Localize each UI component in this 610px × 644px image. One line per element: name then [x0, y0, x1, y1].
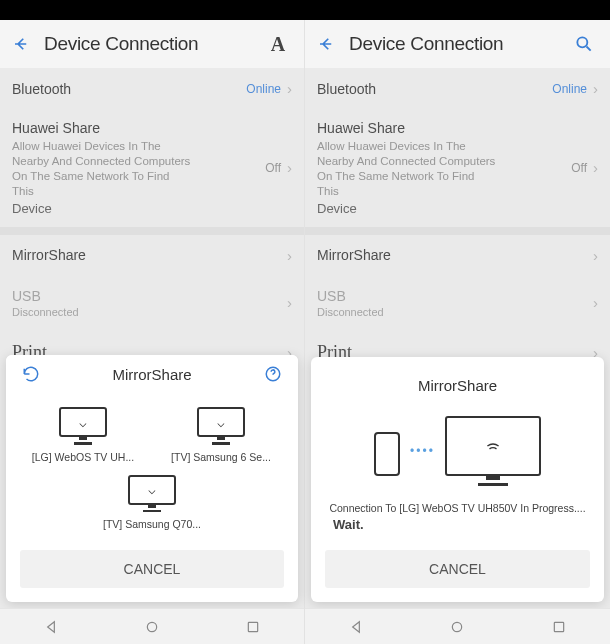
mirrorshare-item[interactable]: MirrorShare › — [305, 235, 610, 276]
usb-label: USB — [12, 288, 79, 304]
tv-icon — [445, 416, 541, 476]
page-title: Device Connection — [349, 33, 570, 55]
huawei-share-item[interactable]: Huawei Share Allow Huawei Devices In The… — [0, 109, 304, 227]
nav-recent-icon — [245, 619, 261, 635]
nav-home-button[interactable] — [102, 619, 202, 635]
device-grid: ⌵ [LG] WebOS TV UH... ⌵ [TV] Samsung 6 S… — [6, 393, 298, 540]
huawei-desc: Allow Huawei Devices In The Nearby And C… — [317, 139, 497, 199]
mirrorshare-connecting-sheet: MirrorShare •••• Connection To [LG] WebO… — [311, 357, 604, 602]
device-label: [TV] Samsung 6 Se... — [171, 451, 271, 463]
monitor-icon: ⌵ — [197, 407, 245, 437]
screen-right: Device Connection Bluetooth Online › Hua… — [305, 20, 610, 644]
huawei-status: Off — [571, 161, 587, 175]
mirrorshare-item[interactable]: MirrorShare › — [0, 235, 304, 276]
sheet-title: MirrorShare — [42, 366, 262, 383]
help-icon — [264, 365, 282, 383]
chevron-right-icon: › — [593, 80, 598, 97]
bluetooth-item[interactable]: Bluetooth Online › — [305, 68, 610, 109]
nav-home-button[interactable] — [407, 619, 508, 635]
chevron-right-icon: › — [287, 80, 292, 97]
nav-back-icon — [43, 619, 59, 635]
settings-list: Bluetooth Online › Huawei Share Allow Hu… — [0, 68, 304, 375]
mirrorshare-label: MirrorShare — [12, 247, 86, 263]
app-header: Device Connection — [305, 20, 610, 68]
phone-icon — [374, 432, 400, 476]
sheet-title: MirrorShare — [418, 377, 497, 394]
header-action[interactable]: A — [264, 33, 292, 56]
nav-back-icon — [348, 619, 364, 635]
chevron-right-icon: › — [593, 159, 598, 176]
nav-recent-icon — [551, 619, 567, 635]
bluetooth-item[interactable]: Bluetooth Online › — [0, 68, 304, 109]
settings-list: Bluetooth Online › Huawei Share Allow Hu… — [305, 68, 610, 375]
refresh-button[interactable] — [20, 365, 42, 383]
monitor-icon: ⌵ — [128, 475, 176, 505]
svg-rect-5 — [554, 622, 563, 631]
connecting-dots-icon: •••• — [410, 444, 435, 458]
nav-recent-button[interactable] — [203, 619, 303, 635]
nav-home-icon — [144, 619, 160, 635]
back-button[interactable] — [12, 35, 38, 53]
svg-point-4 — [453, 622, 462, 631]
section-divider — [305, 227, 610, 235]
status-bar — [0, 0, 610, 20]
app-header: Device Connection A — [0, 20, 304, 68]
usb-item[interactable]: USB Disconnected › — [0, 276, 304, 330]
refresh-icon — [22, 365, 40, 383]
usb-label: USB — [317, 288, 384, 304]
cancel-button[interactable]: CANCEL — [325, 550, 590, 588]
device-option[interactable]: ⌵ [LG] WebOS TV UH... — [17, 401, 149, 469]
usb-sub: Disconnected — [317, 306, 384, 318]
huawei-status: Off — [265, 161, 281, 175]
mirrorshare-label: MirrorShare — [317, 247, 391, 263]
bluetooth-label: Bluetooth — [12, 81, 71, 97]
device-option[interactable]: ⌵ [TV] Samsung Q70... — [86, 469, 218, 537]
huawei-title: Huawei Share — [12, 120, 192, 136]
search-icon — [574, 34, 594, 54]
page-title: Device Connection — [44, 33, 264, 55]
connecting-status: Connection To [LG] WebOS TV UH850V In Pr… — [329, 502, 585, 516]
screen-left: Device Connection A Bluetooth Online › H… — [0, 20, 305, 644]
chevron-right-icon: › — [593, 294, 598, 311]
nav-recent-button[interactable] — [509, 619, 610, 635]
monitor-icon: ⌵ — [59, 407, 107, 437]
search-button[interactable] — [570, 34, 598, 54]
svg-rect-2 — [249, 622, 258, 631]
help-button[interactable] — [262, 365, 284, 383]
navigation-bar — [305, 608, 610, 644]
device-label: [LG] WebOS TV UH... — [32, 451, 134, 463]
svg-point-1 — [147, 622, 156, 631]
chevron-right-icon: › — [593, 247, 598, 264]
navigation-bar — [0, 608, 304, 644]
usb-sub: Disconnected — [12, 306, 79, 318]
svg-point-3 — [577, 37, 587, 47]
bluetooth-label: Bluetooth — [317, 81, 376, 97]
huawei-title: Huawei Share — [317, 120, 497, 136]
mirrorshare-device-sheet: MirrorShare ⌵ [LG] WebOS TV UH... ⌵ [TV]… — [6, 355, 298, 602]
pairing-graphic: •••• — [374, 416, 541, 486]
usb-item[interactable]: USB Disconnected › — [305, 276, 610, 330]
nav-back-button[interactable] — [306, 619, 407, 635]
back-arrow-icon — [12, 35, 30, 53]
chevron-right-icon: › — [287, 294, 292, 311]
nav-home-icon — [449, 619, 465, 635]
device-label: [TV] Samsung Q70... — [103, 518, 201, 530]
bluetooth-status: Online — [552, 82, 587, 96]
nav-back-button[interactable] — [1, 619, 101, 635]
huawei-share-item[interactable]: Huawei Share Allow Huawei Devices In The… — [305, 109, 610, 227]
bluetooth-status: Online — [246, 82, 281, 96]
huawei-device: Device — [12, 201, 192, 216]
sheet-header: MirrorShare — [6, 355, 298, 393]
huawei-device: Device — [317, 201, 497, 216]
text-size-icon: A — [271, 33, 285, 56]
chevron-right-icon: › — [287, 159, 292, 176]
wait-text: Wait. — [327, 517, 588, 532]
huawei-desc: Allow Huawei Devices In The Nearby And C… — [12, 139, 192, 199]
section-divider — [0, 227, 304, 235]
wifi-icon — [484, 439, 502, 453]
back-button[interactable] — [317, 35, 343, 53]
device-option[interactable]: ⌵ [TV] Samsung 6 Se... — [155, 401, 287, 469]
cancel-button[interactable]: CANCEL — [20, 550, 284, 588]
chevron-right-icon: › — [287, 247, 292, 264]
back-arrow-icon — [317, 35, 335, 53]
